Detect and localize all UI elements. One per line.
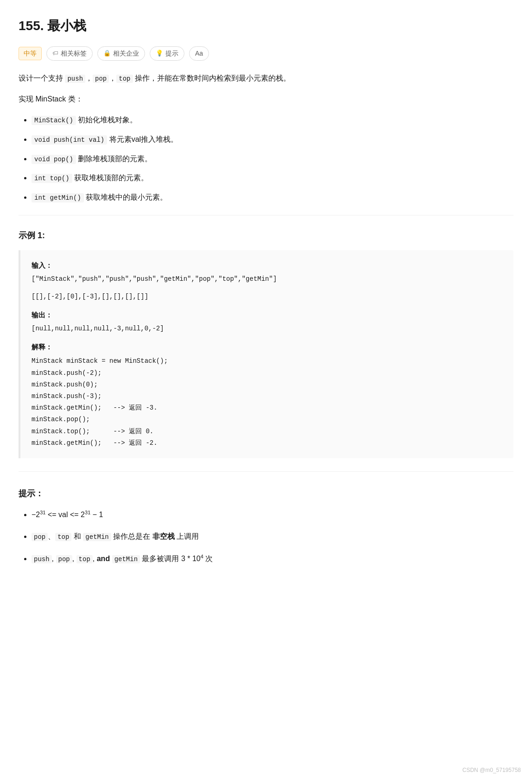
- method-code-1: void push(int val): [32, 135, 107, 145]
- method-desc-1: 将元素val推入堆栈。: [109, 135, 178, 143]
- hints-title: 提示：: [19, 487, 513, 501]
- footer-attribution: CSDN @m0_57195758: [462, 765, 521, 775]
- method-desc-3: 获取堆栈顶部的元素。: [74, 174, 148, 182]
- output-value: [null,null,null,null,-3,null,0,-2]: [32, 323, 502, 335]
- hint-bold-0: 非空栈: [152, 532, 175, 540]
- example-section-title: 示例 1:: [19, 228, 513, 243]
- hint-item-1: pop、top 和 getMin 操作总是在 非空栈 上调用: [32, 530, 513, 543]
- tag-font[interactable]: Aa: [189, 46, 209, 61]
- hint-code-getmin: getMin: [83, 533, 111, 541]
- hint-code-top2: top: [76, 555, 93, 563]
- output-label: 输出：: [32, 309, 502, 321]
- tag-related-companies[interactable]: 🔒 相关企业: [97, 46, 145, 61]
- hint-code-pop: pop: [32, 533, 48, 541]
- tag-company-icon: 🔒: [103, 48, 111, 58]
- code-push: push: [65, 75, 85, 83]
- tag-hints[interactable]: 💡 提示: [150, 46, 184, 61]
- method-item-1: void push(int val) 将元素val推入堆栈。: [32, 133, 513, 146]
- hint-bold-and: and: [97, 555, 110, 563]
- tag-hints-icon: 💡: [156, 48, 163, 58]
- method-item-3: int top() 获取堆栈顶部的元素。: [32, 171, 513, 184]
- method-desc-0: 初始化堆栈对象。: [78, 116, 137, 124]
- tag-related-labels[interactable]: 🏷 相关标签: [46, 46, 93, 61]
- method-code-4: int getMin(): [32, 193, 84, 202]
- example-block: 输入： ["MinStack","push","push","push","ge…: [19, 250, 513, 458]
- method-desc-4: 获取堆栈中的最小元素。: [86, 193, 167, 201]
- hint-item-0: −231 <= val <= 231 − 1: [32, 508, 513, 521]
- page-title: 155. 最小栈: [19, 15, 513, 37]
- method-item-4: int getMin() 获取堆栈中的最小元素。: [32, 191, 513, 204]
- explanation-label: 解释：: [32, 341, 502, 353]
- methods-list: MinStack() 初始化堆栈对象。 void push(int val) 将…: [19, 114, 513, 204]
- example-section: 示例 1: 输入： ["MinStack","push","push","pus…: [19, 228, 513, 458]
- hint-item-2: push, pop, top, and getMin 最多被调用 3 * 104…: [32, 552, 513, 565]
- method-code-2: void pop(): [32, 155, 76, 164]
- description-2: 实现 MinStack 类：: [19, 93, 513, 106]
- tags-row: 中等 🏷 相关标签 🔒 相关企业 💡 提示 Aa: [19, 46, 513, 61]
- hint-text-1: pop、top 和 getMin 操作总是在 非空栈 上调用: [32, 532, 199, 540]
- code-pop: pop: [93, 75, 109, 83]
- hint-code-pop2: pop: [56, 555, 72, 563]
- tag-label-text: 相关标签: [61, 48, 87, 59]
- description-1: 设计一个支持 push，pop，top 操作，并能在常数时间内检索到最小元素的栈…: [19, 72, 513, 85]
- separator-2: [19, 471, 513, 472]
- input-label: 输入：: [32, 259, 502, 272]
- hints-list: −231 <= val <= 231 − 1 pop、top 和 getMin …: [19, 508, 513, 565]
- method-item-0: MinStack() 初始化堆栈对象。: [32, 114, 513, 126]
- method-code-0: MinStack(): [32, 116, 76, 125]
- hint-code-getmin2: getMin: [112, 555, 140, 563]
- explanation-content: MinStack minStack = new MinStack(); minS…: [32, 355, 502, 449]
- input-value-2: [[],[-2],[0],[-3],[],[],[],[]]: [32, 291, 502, 303]
- hint-code-top: top: [55, 533, 71, 541]
- hint-code-push: push: [32, 555, 52, 563]
- input-value-1: ["MinStack","push","push","push","getMin…: [32, 274, 502, 285]
- difficulty-badge[interactable]: 中等: [19, 47, 42, 61]
- method-code-3: int top(): [32, 174, 72, 183]
- tag-font-text: Aa: [195, 48, 203, 59]
- method-desc-2: 删除堆栈顶部的元素。: [78, 155, 152, 163]
- tag-hints-text: 提示: [165, 48, 178, 59]
- code-top: top: [116, 75, 133, 83]
- hint-text-2: push, pop, top, and getMin 最多被调用 3 * 104…: [32, 555, 213, 563]
- method-item-2: void pop() 删除堆栈顶部的元素。: [32, 152, 513, 165]
- tag-label-icon: 🏷: [52, 48, 58, 58]
- hint-text-0: −231 <= val <= 231 − 1: [32, 511, 103, 518]
- separator-1: [19, 215, 513, 215]
- tag-company-text: 相关企业: [113, 48, 139, 59]
- hints-section: 提示： −231 <= val <= 231 − 1 pop、top 和 get…: [19, 487, 513, 565]
